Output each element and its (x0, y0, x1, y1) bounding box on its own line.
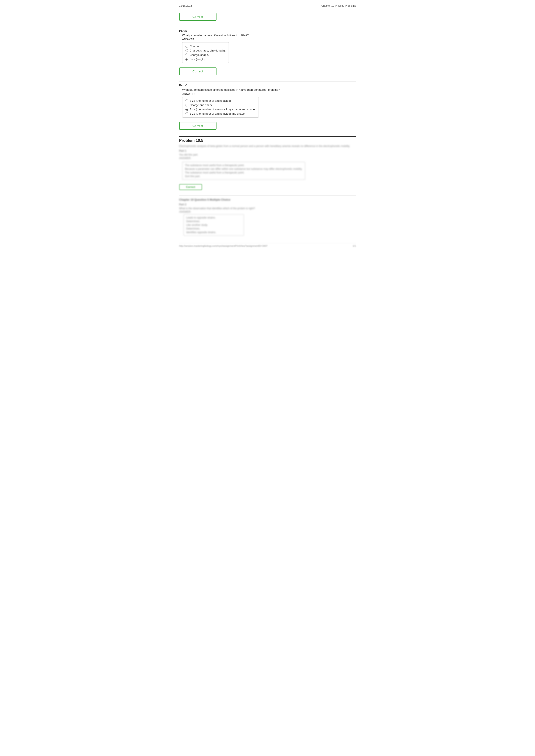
blurred-part1: Part 1 You did this part. ANSWER: The su… (179, 149, 356, 180)
correct-box-b: Correct (179, 68, 217, 75)
footer-url: http://session.masteringbiology.com/myct… (179, 245, 268, 247)
problem-105-header: Problem 10.5 (179, 136, 356, 143)
footer-page: 1/1 (352, 245, 356, 247)
radio-b-3[interactable] (185, 58, 188, 61)
header-date: 12/16/2015 (179, 4, 192, 7)
radio-b-0[interactable] (185, 45, 188, 48)
list-item: Charge, shape, size (length). (185, 49, 226, 52)
option-b-0-text: Charge. (190, 44, 200, 48)
header-title: Chapter 10 Practice Problems (321, 4, 356, 7)
part-b-options: Charge. Charge, shape, size (length). Ch… (182, 42, 229, 63)
radio-b-1[interactable] (185, 49, 188, 52)
chapter-nav: Chapter 10 Question 5 Multiple Choice (179, 198, 356, 201)
option-c-3-text: Size (the number of amino acids) and sha… (190, 112, 246, 115)
page-footer: http://session.masteringbiology.com/myct… (179, 243, 356, 247)
blurred-correct-box: Correct (179, 182, 356, 192)
radio-b-2[interactable] (185, 53, 188, 56)
correct-box-c: Correct (179, 122, 217, 130)
part-c-options: Size (the number of amino acids). Charge… (182, 97, 259, 118)
option-c-1-text: Charge and shape. (190, 103, 214, 107)
list-item: Charge and shape. (185, 103, 256, 107)
part-c-section: Part C What parameters cause different m… (179, 84, 356, 133)
page-header: 12/16/2015 Chapter 10 Practice Problems (179, 4, 356, 7)
part-c-answer-label: ANSWER: (182, 92, 356, 95)
blurred-part2: Part 2 What is the observation that iden… (179, 203, 356, 237)
radio-c-1[interactable] (185, 104, 188, 106)
part-b-answer-label: ANSWER: (182, 38, 356, 41)
list-item: Size (the number of amino acids), charge… (185, 108, 256, 111)
list-item: Size (length). (185, 58, 226, 61)
radio-c-2[interactable] (185, 108, 188, 111)
list-item: Size (the number of amino acids). (185, 99, 256, 102)
option-b-1-text: Charge, shape, size (length). (190, 49, 226, 52)
list-item: Charge, shape. (185, 53, 226, 56)
option-c-0-text: Size (the number of amino acids). (190, 99, 232, 102)
problem-105-description: Electrophoretic analysis of beta-globin … (179, 145, 356, 148)
part-c-question: What parameters cause different mobiliti… (182, 88, 356, 92)
divider-b (179, 27, 356, 27)
option-b-2-text: Charge, shape. (190, 53, 209, 56)
correct-box-top: Correct (179, 13, 217, 21)
list-item: Charge. (185, 44, 226, 48)
part-b-section: Part B What parameter causes different m… (179, 29, 356, 78)
option-b-3-text: Size (length). (190, 58, 206, 61)
part-b-label: Part B (179, 29, 356, 32)
list-item: Size (the number of amino acids) and sha… (185, 112, 256, 115)
part-c-label: Part C (179, 84, 356, 87)
radio-c-3[interactable] (185, 112, 188, 115)
radio-c-0[interactable] (185, 99, 188, 102)
part-b-question: What parameter causes different mobiliti… (182, 34, 356, 37)
divider-105 (179, 195, 356, 196)
option-c-2-text: Size (the number of amino acids), charge… (190, 108, 256, 111)
